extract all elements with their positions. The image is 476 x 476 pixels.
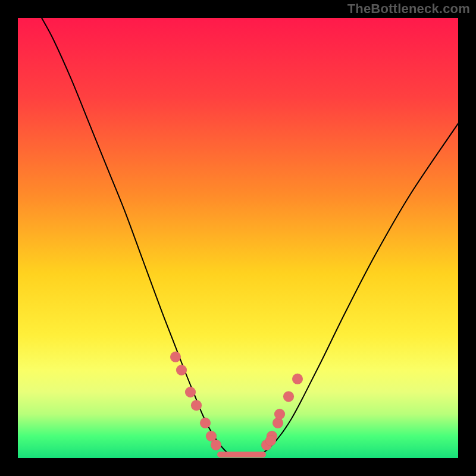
bottleneck-curve: [42, 18, 458, 456]
marker-dot: [200, 418, 211, 428]
marker-dot: [211, 440, 221, 450]
marker-dot: [170, 352, 181, 362]
chart-frame: TheBottleneck.com: [0, 0, 476, 476]
plot-border: [0, 0, 476, 476]
marker-dot: [191, 400, 202, 411]
watermark-text: TheBottleneck.com: [347, 1, 470, 17]
marker-dot: [265, 435, 276, 446]
marker-dot: [185, 387, 196, 397]
marker-dot: [283, 391, 294, 402]
marker-dot: [274, 409, 285, 419]
plot-area: [18, 18, 458, 458]
marker-dot: [292, 374, 303, 384]
curve-layer: [18, 18, 458, 458]
marker-dots: [170, 352, 303, 450]
marker-dot: [176, 365, 187, 375]
